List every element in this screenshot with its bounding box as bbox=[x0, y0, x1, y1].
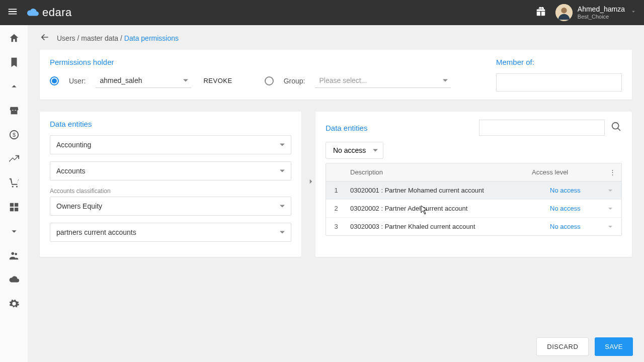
store-icon[interactable] bbox=[8, 105, 20, 117]
permissions-holder-card: Permissions holder User: ahmed_saleh REV… bbox=[40, 50, 632, 100]
group-select[interactable]: Please select... bbox=[315, 73, 451, 88]
table-row[interactable]: 3 03020003 : Partner Khaled current acco… bbox=[326, 218, 621, 235]
gear-icon[interactable] bbox=[8, 298, 20, 310]
permissions-title: Permissions holder bbox=[50, 58, 466, 66]
user-label: User: bbox=[69, 77, 86, 85]
group-radio[interactable] bbox=[265, 76, 274, 85]
chevron-down-icon bbox=[630, 8, 637, 17]
table-row[interactable]: 2 03020002 : Partner Adel current accoun… bbox=[326, 200, 621, 218]
group-label: Group: bbox=[284, 77, 305, 85]
user-menu[interactable]: Ahmed_hamza Best_Choice bbox=[555, 4, 637, 21]
svg-point-7 bbox=[15, 253, 17, 255]
member-of-title: Member of: bbox=[496, 58, 622, 66]
chevron-down-icon[interactable] bbox=[8, 225, 20, 237]
breadcrumb-users[interactable]: Users bbox=[57, 34, 75, 42]
chevron-up-icon[interactable] bbox=[8, 80, 20, 93]
svg-point-1 bbox=[561, 8, 567, 13]
col-access: Access level bbox=[528, 163, 603, 181]
search-input[interactable] bbox=[479, 120, 605, 136]
money-icon[interactable]: $ bbox=[8, 129, 20, 141]
breadcrumb-current: Data permissions bbox=[124, 34, 179, 42]
user-select[interactable]: ahmed_saleh bbox=[96, 73, 191, 88]
discard-button[interactable]: DISCARD bbox=[536, 337, 589, 356]
left-title: Data entities bbox=[50, 120, 291, 128]
leaf-select[interactable]: partners current accounts bbox=[50, 223, 291, 242]
svg-point-4 bbox=[12, 186, 13, 188]
row-access-select[interactable]: No access bbox=[546, 218, 621, 235]
col-description: Description bbox=[346, 163, 528, 181]
user-name: Ahmed_hamza bbox=[578, 6, 625, 13]
cloud-icon[interactable] bbox=[8, 274, 20, 286]
table-menu-icon[interactable]: ⋮ bbox=[603, 163, 621, 181]
subcategory-select[interactable]: Accounts bbox=[50, 161, 291, 180]
avatar bbox=[555, 4, 573, 21]
bookmark-icon[interactable] bbox=[8, 56, 20, 68]
save-button[interactable]: SAVE bbox=[595, 337, 633, 356]
menu-icon[interactable] bbox=[7, 6, 18, 19]
svg-point-5 bbox=[16, 186, 18, 188]
classification-label: Accounts classification bbox=[50, 188, 291, 195]
right-title: Data entities bbox=[326, 124, 367, 132]
people-icon[interactable] bbox=[8, 249, 20, 261]
row-access-select[interactable]: No access bbox=[546, 200, 621, 217]
back-icon[interactable] bbox=[40, 32, 50, 44]
table-row[interactable]: 1 03020001 : Partner Mohamed current acc… bbox=[326, 182, 621, 200]
top-bar: edara Ahmed_hamza Best_Choice bbox=[0, 0, 644, 25]
home-icon[interactable] bbox=[8, 32, 20, 44]
user-subtitle: Best_Choice bbox=[578, 14, 625, 20]
user-radio[interactable] bbox=[50, 76, 59, 85]
grid-icon[interactable] bbox=[8, 201, 20, 213]
sidebar: $ bbox=[0, 25, 28, 362]
search-icon[interactable] bbox=[611, 121, 622, 134]
row-access-select[interactable]: No access bbox=[546, 182, 621, 199]
trend-icon[interactable] bbox=[8, 153, 20, 165]
main-content: Users / master data / Data permissions P… bbox=[28, 25, 644, 362]
brand-text: edara bbox=[42, 6, 72, 19]
breadcrumb: Users / master data / Data permissions bbox=[40, 32, 632, 44]
left-entities-panel: Data entities Accounting Accounts Accoun… bbox=[40, 112, 301, 257]
member-of-box[interactable] bbox=[496, 73, 622, 92]
cart-icon[interactable] bbox=[8, 177, 20, 189]
expand-icon[interactable] bbox=[306, 177, 315, 188]
svg-point-6 bbox=[11, 252, 14, 255]
svg-text:$: $ bbox=[12, 132, 15, 138]
bulk-access-select[interactable]: No access bbox=[326, 142, 383, 159]
brand-logo: edara bbox=[26, 6, 72, 19]
breadcrumb-master[interactable]: master data bbox=[81, 34, 118, 42]
category-select[interactable]: Accounting bbox=[50, 135, 291, 154]
revoke-button[interactable]: REVOKE bbox=[201, 74, 234, 87]
entities-table: Description Access level ⋮ 1 03020001 : … bbox=[326, 163, 622, 236]
classification-select[interactable]: Owners Equity bbox=[50, 197, 291, 216]
right-entities-panel: Data entities No access Description Acce… bbox=[315, 112, 632, 257]
gift-icon[interactable] bbox=[535, 6, 546, 19]
